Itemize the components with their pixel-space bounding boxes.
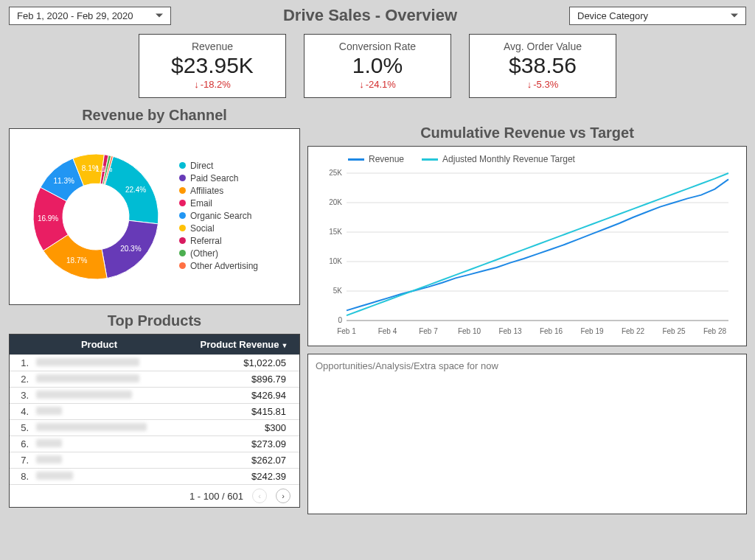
th-revenue[interactable]: Product Revenue▼ [189,335,299,354]
donut-legend: DirectPaid SearchAffiliatesEmailOrganic … [179,161,258,273]
legend-dot-icon [179,175,186,181]
table-row: 1. $1,022.05 [10,354,299,371]
donut-label: 22.4% [125,186,146,194]
x-tick-label: Feb 13 [498,327,522,335]
row-revenue: $273.09 [189,438,299,449]
prev-page-button[interactable]: ‹ [252,489,267,503]
row-product [32,357,189,368]
table-row: 6. $273.09 [10,435,299,452]
x-tick-label: Feb 1 [337,327,356,335]
row-index: 6. [10,438,32,449]
donut-label: 11.3% [54,177,74,185]
y-tick-label: 10K [329,257,342,265]
y-tick-label: 25K [329,169,342,177]
revenue-channel-chart: 22.4%20.3%18.7%16.9%11.3%8.1%1.1% Direct… [9,128,300,305]
row-revenue: $426.94 [189,390,299,401]
row-product [32,406,189,417]
legend-label: Paid Search [190,173,238,183]
line-legend: Revenue Adjusted Monthly Revenue Target [316,154,736,164]
table-row: 3. $426.94 [10,387,299,403]
row-index: 1. [10,357,32,368]
legend-label: Affiliates [190,186,223,196]
th-product[interactable]: Product [10,335,189,354]
pagination-range: 1 - 100 / 601 [189,491,243,502]
x-tick-label: Feb 28 [703,327,727,335]
legend-dot-icon [179,225,186,231]
row-product [32,471,189,482]
extra-text: Opportunities/Analysis/Extra space for n… [316,360,498,371]
row-index: 7. [10,455,32,466]
kpi-aov: Avg. Order Value $38.56 ↓-5.3% [469,34,616,98]
line-series [347,173,728,315]
row-index: 8. [10,471,32,482]
kpi-revenue: Revenue $23.95K ↓-18.2% [139,34,286,98]
row-product [32,390,189,401]
legend-item: Affiliates [179,186,258,196]
device-category-label: Device Category [577,10,648,21]
kpi-label: Revenue [147,41,278,52]
cumulative-chart: Revenue Adjusted Monthly Revenue Target … [307,146,747,346]
legend-dot-icon [179,162,186,169]
kpi-value: 1.0% [312,52,443,79]
kpi-delta: ↓-18.2% [147,79,278,90]
table-row: 2. $896.79 [10,371,299,387]
legend-label: Other Advertising [190,261,258,271]
legend-dot-icon [179,250,186,256]
line-chart: 05K10K15K20K25KFeb 1Feb 4Feb 7Feb 10Feb … [316,169,736,338]
kpi-label: Avg. Order Value [477,41,608,52]
cumulative-title: Cumulative Revenue vs Target [307,125,747,141]
table-footer: 1 - 100 / 601 ‹ › [10,484,299,507]
row-revenue: $1,022.05 [189,357,299,368]
y-tick-label: 0 [338,316,342,324]
legend-label: Referral [190,236,222,246]
row-product [32,374,189,385]
legend-item: Email [179,198,258,209]
row-product [32,455,189,466]
legend-target: Adjusted Monthly Revenue Target [422,154,575,164]
x-tick-label: Feb 10 [458,327,481,335]
legend-label: Social [190,223,215,234]
legend-revenue: Revenue [348,154,404,164]
legend-item: Paid Search [179,173,258,183]
x-tick-label: Feb 25 [662,327,686,335]
legend-item: Social [179,223,258,234]
legend-label: (Other) [190,248,218,259]
row-revenue: $415.81 [189,406,299,417]
legend-item: Referral [179,236,258,246]
device-category-dropdown[interactable]: Device Category [569,7,746,25]
kpi-value: $38.56 [477,52,608,79]
legend-item: (Other) [179,248,258,259]
x-tick-label: Feb 7 [419,327,438,335]
row-product [32,438,189,449]
row-product [32,422,189,433]
legend-item: Organic Search [179,211,258,221]
row-index: 2. [10,374,32,385]
y-tick-label: 15K [329,228,342,236]
donut-label: 20.3% [120,245,141,253]
y-tick-label: 5K [333,287,343,295]
extra-panel: Opportunities/Analysis/Extra space for n… [307,354,747,514]
x-tick-label: Feb 19 [580,327,604,335]
row-index: 5. [10,422,32,433]
revenue-channel-title: Revenue by Channel [9,107,300,124]
row-index: 3. [10,390,32,401]
legend-label: Direct [190,161,213,171]
kpi-delta: ↓-24.1% [312,79,443,90]
top-products-table: Product Product Revenue▼ 1. $1,022.05 2.… [9,334,300,508]
legend-dot-icon [179,187,186,194]
table-row: 4. $415.81 [10,403,299,419]
date-range-dropdown[interactable]: Feb 1, 2020 - Feb 29, 2020 [9,7,171,25]
donut-label: 18.7% [66,256,87,265]
next-page-button[interactable]: › [276,489,290,503]
legend-dot-icon [179,200,186,206]
date-range-label: Feb 1, 2020 - Feb 29, 2020 [17,10,133,21]
row-revenue: $262.07 [189,455,299,466]
donut-label: 16.9% [38,214,58,223]
legend-label: Email [190,198,212,209]
table-row: 7. $262.07 [10,452,299,468]
donut-chart: 22.4%20.3%18.7%16.9%11.3%8.1%1.1% [18,139,173,294]
sort-desc-icon: ▼ [282,342,288,349]
page-title: Drive Sales - Overview [171,6,569,25]
x-tick-label: Feb 4 [378,327,397,335]
kpi-delta: ↓-5.3% [477,79,608,90]
